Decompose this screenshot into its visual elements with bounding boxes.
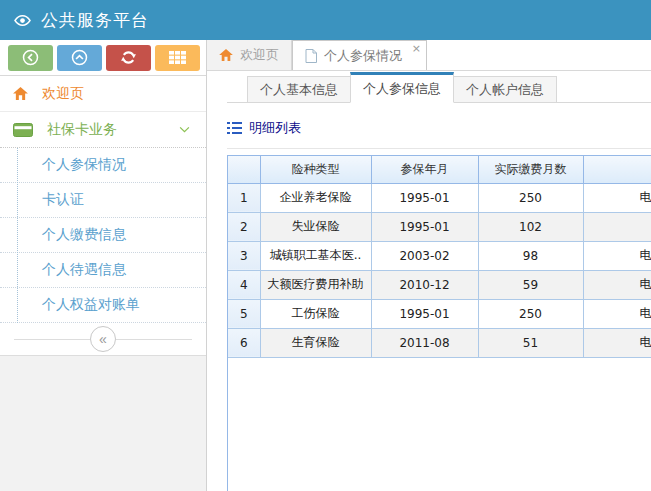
cell-extra xyxy=(583,212,651,241)
table-row[interactable]: 3 城镇职工基本医.. 2003-02 98 电 xyxy=(228,241,651,270)
tab-personal-account-info[interactable]: 个人帐户信息 xyxy=(453,76,557,103)
tab-welcome[interactable]: 欢迎页 xyxy=(207,40,292,70)
subtab-label: 个人参保信息 xyxy=(363,80,441,98)
list-icon xyxy=(227,122,242,134)
refresh-icon xyxy=(121,50,136,65)
cell-insurance-type: 城镇职工基本医.. xyxy=(260,241,371,270)
cell-rownumber: 4 xyxy=(228,270,260,299)
collapse-up-button[interactable] xyxy=(57,45,102,71)
tab-personal-basic-info[interactable]: 个人基本信息 xyxy=(247,76,351,103)
sidebar-subitem-label: 个人缴费信息 xyxy=(42,226,126,244)
sidebar-item-personal-rights-statement[interactable]: 个人权益对账单 xyxy=(0,288,206,323)
cell-insurance-type: 失业保险 xyxy=(260,212,371,241)
cell-paid-months: 250 xyxy=(478,183,583,212)
sidebar-item-card-authentication[interactable]: 卡认证 xyxy=(0,183,206,218)
divider xyxy=(14,339,90,340)
sidebar-footer xyxy=(0,355,206,491)
cell-extra: 电 xyxy=(583,299,651,328)
sidebar-item-personal-payment-info[interactable]: 个人缴费信息 xyxy=(0,218,206,253)
cell-extra: 电 xyxy=(583,328,651,357)
table-header-row: 险种类型 参保年月 实际缴费月数 xyxy=(228,156,651,183)
cell-enroll-month: 2011-08 xyxy=(371,328,478,357)
sub-tab-bar: 个人基本信息 个人参保信息 个人帐户信息 xyxy=(227,72,651,103)
cell-insurance-type: 大额医疗费用补助 xyxy=(260,270,371,299)
home-icon xyxy=(219,49,233,61)
cell-insurance-type: 企业养老保险 xyxy=(260,183,371,212)
divider xyxy=(116,339,192,340)
tab-personal-insurance-status[interactable]: 个人参保情况 × xyxy=(292,40,427,70)
subtab-label: 个人帐户信息 xyxy=(466,81,544,99)
tab-label: 欢迎页 xyxy=(240,46,279,64)
tab-personal-insurance-info[interactable]: 个人参保信息 xyxy=(350,72,454,103)
cell-enroll-month: 2003-02 xyxy=(371,241,478,270)
cell-paid-months: 59 xyxy=(478,270,583,299)
sidebar-group-label: 社保卡业务 xyxy=(47,121,117,139)
sidebar-item-personal-insurance-status[interactable]: 个人参保情况 xyxy=(0,148,206,183)
refresh-button[interactable] xyxy=(106,45,151,71)
cell-rownumber: 6 xyxy=(228,328,260,357)
app-title: 公共服务平台 xyxy=(41,9,149,32)
detail-table: 险种类型 参保年月 实际缴费月数 1 企业养老保险 1995-01 xyxy=(228,156,651,358)
collapse-panel-button[interactable]: « xyxy=(90,326,116,352)
double-chevron-left-icon: « xyxy=(99,332,107,346)
sidebar-submenu: 个人参保情况 卡认证 个人缴费信息 个人待遇信息 个人权益对账单 xyxy=(0,148,206,323)
collapse-sidebar-button[interactable] xyxy=(8,45,53,71)
cell-rownumber: 1 xyxy=(228,183,260,212)
table-row[interactable]: 2 失业保险 1995-01 102 xyxy=(228,212,651,241)
chevron-down-icon xyxy=(179,126,190,133)
cell-rownumber: 3 xyxy=(228,241,260,270)
section-title: 明细列表 xyxy=(249,119,301,137)
sidebar-item-welcome[interactable]: 欢迎页 xyxy=(0,76,206,112)
cell-extra: 电 xyxy=(583,270,651,299)
section-title-row: 明细列表 xyxy=(227,119,651,149)
cell-rownumber: 5 xyxy=(228,299,260,328)
col-rownumber xyxy=(228,156,260,183)
col-insurance-type[interactable]: 险种类型 xyxy=(260,156,371,183)
cell-extra: 电 xyxy=(583,241,651,270)
cell-enroll-month: 2010-12 xyxy=(371,270,478,299)
cell-enroll-month: 1995-01 xyxy=(371,183,478,212)
menu-grid-button[interactable] xyxy=(155,45,200,71)
cell-paid-months: 51 xyxy=(478,328,583,357)
home-icon xyxy=(13,87,28,100)
cell-enroll-month: 1995-01 xyxy=(371,212,478,241)
tab-panel: 个人基本信息 个人参保信息 个人帐户信息 xyxy=(207,71,651,491)
cell-insurance-type: 工伤保险 xyxy=(260,299,371,328)
table-row[interactable]: 6 生育保险 2011-08 51 电 xyxy=(228,328,651,357)
sidebar-collapse-row: « xyxy=(0,323,206,355)
eye-icon xyxy=(13,14,32,27)
sidebar-subitem-label: 个人待遇信息 xyxy=(42,261,126,279)
screen: 公共服务平台 xyxy=(0,0,651,491)
main-tab-bar: 欢迎页 个人参保情况 × xyxy=(207,40,651,71)
cell-insurance-type: 生育保险 xyxy=(260,328,371,357)
cell-extra: 电 xyxy=(583,183,651,212)
sidebar-item-social-card-group[interactable]: 社保卡业务 xyxy=(0,112,206,148)
table-row[interactable]: 5 工伤保险 1995-01 250 电 xyxy=(228,299,651,328)
sidebar-subitem-label: 个人参保情况 xyxy=(42,156,126,174)
grid-icon xyxy=(169,51,186,64)
table-row[interactable]: 4 大额医疗费用补助 2010-12 59 电 xyxy=(228,270,651,299)
col-paid-months[interactable]: 实际缴费月数 xyxy=(478,156,583,183)
sidebar: 欢迎页 社保卡业务 个人参保情况 卡认证 xyxy=(0,40,207,491)
sidebar-item-label: 欢迎页 xyxy=(42,85,84,103)
col-extra xyxy=(583,156,651,183)
circle-chevron-left-icon xyxy=(22,49,39,66)
document-icon xyxy=(305,49,317,63)
subtab-label: 个人基本信息 xyxy=(260,81,338,99)
cell-paid-months: 250 xyxy=(478,299,583,328)
sidebar-toolbar xyxy=(0,40,206,76)
card-icon xyxy=(13,123,33,137)
tab-label: 个人参保情况 xyxy=(324,47,402,65)
datagrid: 险种类型 参保年月 实际缴费月数 1 企业养老保险 1995-01 xyxy=(227,155,651,491)
app-header: 公共服务平台 xyxy=(0,0,651,40)
cell-enroll-month: 1995-01 xyxy=(371,299,478,328)
sidebar-item-personal-benefit-info[interactable]: 个人待遇信息 xyxy=(0,253,206,288)
col-enroll-month[interactable]: 参保年月 xyxy=(371,156,478,183)
close-icon[interactable]: × xyxy=(412,42,421,55)
cell-rownumber: 2 xyxy=(228,212,260,241)
circle-chevron-up-icon xyxy=(71,49,88,66)
sidebar-subitem-label: 卡认证 xyxy=(42,191,84,209)
cell-paid-months: 98 xyxy=(478,241,583,270)
sidebar-subitem-label: 个人权益对账单 xyxy=(42,296,140,314)
table-row[interactable]: 1 企业养老保险 1995-01 250 电 xyxy=(228,183,651,212)
